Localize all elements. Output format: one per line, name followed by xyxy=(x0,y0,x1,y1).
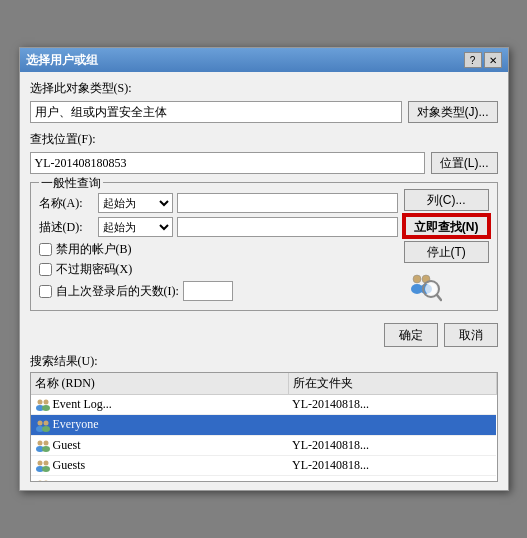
disabled-accounts-label: 禁用的帐户(B) xyxy=(56,241,132,258)
location-label: 查找位置(F): xyxy=(30,131,498,148)
bottom-buttons: 确定 取消 xyxy=(30,319,498,353)
svg-point-14 xyxy=(42,426,50,432)
svg-point-19 xyxy=(37,461,42,466)
svg-point-13 xyxy=(43,420,48,425)
title-bar: 选择用户或组 ? ✕ xyxy=(20,48,508,72)
disabled-accounts-checkbox[interactable] xyxy=(39,243,52,256)
row-folder: YL-20140818... xyxy=(288,476,496,483)
no-expiry-row: 不过期密码(X) xyxy=(39,261,398,278)
user-group-icon xyxy=(35,398,51,412)
table-row[interactable]: GuestYL-20140818... xyxy=(31,435,497,455)
user-group-icon xyxy=(35,419,51,433)
name-select[interactable]: 起始为 xyxy=(98,193,173,213)
results-table: 名称 (RDN) 所在文件夹 Event Log...YL-20140818..… xyxy=(31,373,497,482)
days-row: 自上次登录后的天数(I): xyxy=(39,281,398,301)
location-row: YL-201408180853 位置(L)... xyxy=(30,152,498,174)
desc-label: 描述(D): xyxy=(39,219,94,236)
close-button[interactable]: ✕ xyxy=(484,52,502,68)
desc-input[interactable] xyxy=(177,217,398,237)
row-name: Guests xyxy=(31,455,289,475)
results-container[interactable]: 名称 (RDN) 所在文件夹 Event Log...YL-20140818..… xyxy=(30,372,498,482)
title-bar-controls: ? ✕ xyxy=(464,52,502,68)
row-folder: YL-20140818... xyxy=(288,395,496,415)
svg-point-5 xyxy=(425,283,437,295)
svg-point-11 xyxy=(37,420,42,425)
col-folder-header: 所在文件夹 xyxy=(288,373,496,395)
col-button[interactable]: 列(C)... xyxy=(404,189,489,211)
name-input[interactable] xyxy=(177,193,398,213)
desc-select[interactable]: 起始为 xyxy=(98,217,173,237)
svg-point-21 xyxy=(43,461,48,466)
name-label: 名称(A): xyxy=(39,195,94,212)
disabled-accounts-row: 禁用的帐户(B) xyxy=(39,241,398,258)
general-query-group: 一般性查询 名称(A): 起始为 描述(D): 起 xyxy=(30,182,498,311)
location-value: YL-201408180853 xyxy=(30,152,425,174)
svg-point-10 xyxy=(42,405,50,411)
svg-point-25 xyxy=(43,481,48,482)
object-type-label: 选择此对象类型(S): xyxy=(30,80,498,97)
ok-button[interactable]: 确定 xyxy=(384,323,438,347)
svg-point-9 xyxy=(43,400,48,405)
svg-point-15 xyxy=(37,440,42,445)
search-icon-area xyxy=(404,267,444,303)
group-box-title: 一般性查询 xyxy=(39,175,103,192)
user-group-icon xyxy=(35,479,51,482)
user-group-icon xyxy=(35,439,51,453)
row-name: Guest xyxy=(31,435,289,455)
svg-point-17 xyxy=(43,440,48,445)
days-input[interactable] xyxy=(183,281,233,301)
desc-row: 描述(D): 起始为 xyxy=(39,217,398,237)
object-type-button[interactable]: 对象类型(J)... xyxy=(408,101,498,123)
row-folder: YL-20140818... xyxy=(288,455,496,475)
location-button[interactable]: 位置(L)... xyxy=(431,152,498,174)
svg-line-6 xyxy=(437,295,441,300)
dialog-title: 选择用户或组 xyxy=(26,52,98,69)
table-row[interactable]: Everyone xyxy=(31,415,497,435)
svg-point-0 xyxy=(413,275,421,283)
right-buttons: 列(C)... 立即查找(N) 停止(T) xyxy=(404,189,489,304)
no-expiry-checkbox[interactable] xyxy=(39,263,52,276)
row-folder: YL-20140818... xyxy=(288,435,496,455)
results-label: 搜索结果(U): xyxy=(30,353,498,370)
help-button[interactable]: ? xyxy=(464,52,482,68)
svg-point-22 xyxy=(42,466,50,472)
svg-point-18 xyxy=(42,446,50,452)
cancel-button[interactable]: 取消 xyxy=(444,323,498,347)
select-user-group-dialog: 选择用户或组 ? ✕ 选择此对象类型(S): 用户、组或内置安全主体 对象类型(… xyxy=(19,47,509,491)
object-type-row: 用户、组或内置安全主体 对象类型(J)... xyxy=(30,101,498,123)
table-row[interactable]: Event Log...YL-20140818... xyxy=(31,395,497,415)
stop-button[interactable]: 停止(T) xyxy=(404,241,489,263)
col-name-header: 名称 (RDN) xyxy=(31,373,289,395)
dialog-content: 选择此对象类型(S): 用户、组或内置安全主体 对象类型(J)... 查找位置(… xyxy=(20,72,508,490)
group-inner: 名称(A): 起始为 描述(D): 起始为 xyxy=(39,189,489,304)
search-now-button[interactable]: 立即查找(N) xyxy=(404,215,489,237)
row-name: IIS_IUSRS xyxy=(31,476,289,483)
table-row[interactable]: IIS_IUSRSYL-20140818... xyxy=(31,476,497,483)
no-expiry-label: 不过期密码(X) xyxy=(56,261,133,278)
name-row: 名称(A): 起始为 xyxy=(39,193,398,213)
find-users-icon xyxy=(406,267,442,303)
days-label: 自上次登录后的天数(I): xyxy=(56,283,179,300)
row-folder xyxy=(288,415,496,435)
object-type-value: 用户、组或内置安全主体 xyxy=(30,101,402,123)
table-row[interactable]: GuestsYL-20140818... xyxy=(31,455,497,475)
svg-point-7 xyxy=(37,400,42,405)
row-name: Everyone xyxy=(31,415,289,435)
group-left: 名称(A): 起始为 描述(D): 起始为 xyxy=(39,189,398,304)
user-group-icon xyxy=(35,459,51,473)
svg-point-23 xyxy=(37,481,42,482)
row-name: Event Log... xyxy=(31,395,289,415)
days-checkbox[interactable] xyxy=(39,285,52,298)
